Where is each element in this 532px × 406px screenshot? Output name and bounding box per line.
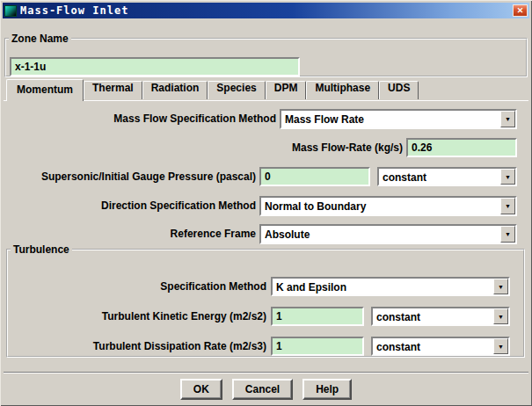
turb-spec-method-label: Specification Method [10, 277, 266, 296]
tab-species[interactable]: Species [208, 81, 265, 99]
mass-flow-method-dropdown[interactable]: Mass Flow Rate ▼ [280, 109, 517, 129]
turb-dissipation-rate-label: Turbulent Dissipation Rate (m2/s3) [10, 337, 266, 356]
gauge-pressure-input[interactable] [259, 167, 370, 186]
tab-strip: Momentum Thermal Radiation Species DPM M… [6, 79, 419, 100]
app-icon [4, 5, 17, 17]
tab-multiphase[interactable]: Multiphase [306, 81, 379, 99]
direction-method-label: Direction Specification Method [7, 196, 256, 216]
zone-name-group: Zone Name [4, 33, 528, 77]
close-button[interactable]: ✕ [513, 4, 528, 17]
gauge-pressure-label: Supersonic/Initial Gauge Pressure (pasca… [7, 167, 256, 186]
turb-dissipation-rate-input[interactable] [271, 337, 364, 356]
mass-flow-method-value: Mass Flow Rate [281, 112, 500, 126]
zone-name-input[interactable] [10, 57, 300, 76]
chevron-down-icon[interactable]: ▼ [500, 226, 515, 243]
turb-spec-method-dropdown[interactable]: K and Epsilon ▼ [271, 277, 510, 296]
tab-thermal[interactable]: Thermal [84, 81, 142, 99]
direction-method-value: Normal to Boundary [261, 199, 500, 213]
tab-uds[interactable]: UDS [379, 81, 419, 99]
button-divider [4, 372, 528, 373]
zone-name-group-label: Zone Name [9, 33, 71, 45]
gauge-pressure-profile-dropdown[interactable]: constant ▼ [377, 167, 517, 186]
reference-frame-dropdown[interactable]: Absolute ▼ [259, 224, 517, 244]
turb-dissipation-rate-profile-value: constant [373, 340, 493, 353]
chevron-down-icon[interactable]: ▼ [493, 279, 508, 294]
cancel-button[interactable]: Cancel [232, 379, 293, 400]
reference-frame-value: Absolute [261, 228, 500, 241]
mass-flow-rate-label: Mass Flow-Rate (kg/s) [7, 138, 403, 157]
turbulence-group: Turbulence Specification Method K and Ep… [6, 243, 525, 358]
turb-spec-method-value: K and Epsilon [273, 280, 493, 294]
chevron-down-icon[interactable]: ▼ [493, 308, 508, 324]
mass-flow-inlet-dialog: Mass-Flow Inlet ✕ Zone Name Momentum The… [0, 0, 532, 406]
turb-kinetic-energy-profile-value: constant [373, 310, 493, 323]
turb-dissipation-rate-profile-dropdown[interactable]: constant ▼ [371, 337, 510, 356]
turb-kinetic-energy-profile-dropdown[interactable]: constant ▼ [371, 307, 510, 326]
chevron-down-icon[interactable]: ▼ [500, 111, 515, 127]
turb-kinetic-energy-input[interactable] [271, 307, 364, 326]
turb-kinetic-energy-label: Turbulent Kinetic Energy (m2/s2) [10, 307, 266, 326]
chevron-down-icon[interactable]: ▼ [493, 338, 508, 354]
gauge-pressure-profile-value: constant [379, 170, 500, 184]
mass-flow-rate-input[interactable] [406, 138, 517, 157]
tab-dpm[interactable]: DPM [266, 81, 307, 99]
chevron-down-icon[interactable]: ▼ [500, 198, 515, 214]
direction-method-dropdown[interactable]: Normal to Boundary ▼ [259, 196, 517, 216]
ok-button[interactable]: OK [180, 379, 222, 400]
reference-frame-label: Reference Frame [7, 224, 256, 244]
chevron-down-icon[interactable]: ▼ [500, 169, 515, 185]
title-bar: Mass-Flow Inlet ✕ [3, 3, 529, 18]
window-title: Mass-Flow Inlet [20, 4, 128, 17]
button-row: OK Cancel Help [0, 379, 532, 400]
tab-radiation[interactable]: Radiation [142, 81, 208, 99]
mass-flow-method-label: Mass Flow Specification Method [7, 109, 276, 129]
tab-momentum[interactable]: Momentum [6, 79, 84, 101]
help-button[interactable]: Help [302, 379, 352, 400]
turbulence-group-label: Turbulence [11, 243, 72, 256]
